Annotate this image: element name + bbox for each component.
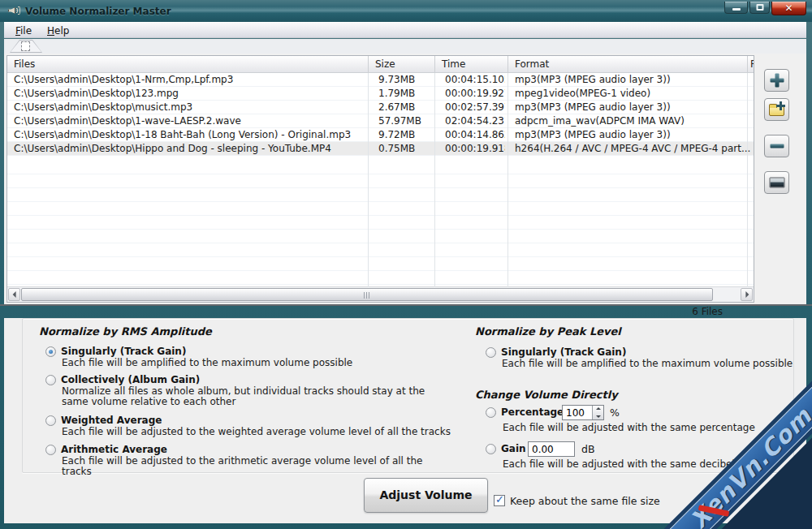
- radio-rms-collectively[interactable]: [45, 375, 56, 385]
- folder-plus-icon: [769, 106, 784, 116]
- spinner-up-icon[interactable]: [593, 406, 604, 412]
- table-empty-area: [7, 161, 754, 286]
- column-header-time[interactable]: Time: [442, 58, 465, 70]
- horizontal-scrollbar[interactable]: [7, 286, 754, 302]
- toolbar: [4, 39, 806, 54]
- add-file-button[interactable]: [764, 69, 789, 92]
- scroll-right-arrow[interactable]: [741, 288, 753, 301]
- content-area: Files Size Time Format F C:\Users\admin\…: [4, 54, 806, 305]
- table-header: Files Size Time Format F: [7, 56, 754, 73]
- table-row-selected[interactable]: C:\Users\admin\Desktop\Hippo and Dog - s…: [7, 142, 754, 156]
- scroll-left-arrow[interactable]: [8, 288, 20, 301]
- scrollbar-thumb[interactable]: [21, 288, 713, 301]
- clear-list-button[interactable]: [764, 171, 789, 194]
- menu-help[interactable]: Help: [42, 25, 74, 37]
- window-title: Volume Normalizer Master: [25, 6, 171, 17]
- scrollbar-grip-icon: [364, 292, 370, 299]
- percentage-spinner: [562, 405, 604, 420]
- peak-group-title: Normalize by Peak Level: [475, 325, 621, 338]
- db-unit-label: dB: [581, 443, 595, 455]
- file-table: Files Size Time Format F C:\Users\admin\…: [6, 55, 754, 303]
- percentage-input[interactable]: [563, 406, 592, 419]
- maximize-icon: [756, 4, 763, 11]
- adjust-volume-button[interactable]: Adjust Volume: [364, 478, 488, 513]
- title-bar[interactable]: Volume Normalizer Master ✕: [0, 0, 812, 22]
- percent-unit-label: %: [610, 406, 620, 419]
- toolbar-grip[interactable]: [10, 40, 42, 53]
- radio-peak-singularly[interactable]: [486, 347, 496, 358]
- minimize-icon: [732, 8, 741, 11]
- minimize-button[interactable]: [724, 2, 748, 14]
- volume-normalizer-master-window: { "window": { "title": "Volume Normalize…: [0, 0, 812, 529]
- gain-input[interactable]: [528, 441, 575, 457]
- menu-file[interactable]: File: [11, 25, 37, 37]
- add-folder-button[interactable]: [764, 98, 789, 121]
- column-header-size[interactable]: Size: [375, 58, 395, 70]
- check-icon: ✓: [495, 493, 504, 505]
- keep-file-size-checkbox[interactable]: ✓: [494, 495, 505, 506]
- maximize-button[interactable]: [749, 2, 770, 14]
- table-row[interactable]: C:\Users\admin\Desktop\musict.mp32.67MB0…: [7, 101, 754, 114]
- close-icon: ✕: [784, 2, 793, 14]
- file-count-label: 6 Files: [641, 306, 723, 317]
- table-row[interactable]: C:\Users\admin\Desktop\1-18 Baht-Bah (Lo…: [7, 128, 754, 142]
- remove-file-button[interactable]: [764, 135, 789, 157]
- column-header-format[interactable]: Format: [515, 58, 549, 70]
- speaker-app-icon: [7, 5, 20, 16]
- minus-icon: [770, 144, 784, 148]
- table-row[interactable]: C:\Users\admin\Desktop\1-Nrm,Cmp,Lpf.mp3…: [7, 73, 754, 87]
- close-button[interactable]: ✕: [771, 2, 806, 15]
- radio-rms-singularly[interactable]: [45, 346, 56, 357]
- clear-list-icon: [769, 178, 784, 188]
- table-row[interactable]: C:\Users\admin\Desktop\123.mpg1.79MB00:0…: [7, 87, 754, 101]
- direct-group-title: Change Volume Directly: [475, 389, 618, 401]
- menu-bar: File Help: [4, 22, 806, 38]
- spinner-down-icon[interactable]: [593, 413, 604, 419]
- column-header-files[interactable]: Files: [14, 58, 35, 70]
- table-rows: C:\Users\admin\Desktop\1-Nrm,Cmp,Lpf.mp3…: [7, 73, 754, 156]
- table-row[interactable]: C:\Users\admin\Desktop\1-wave-LAESP.2.wa…: [7, 114, 754, 128]
- spinner-buttons: [592, 406, 603, 419]
- keep-file-size-label: Keep about the same file size: [510, 495, 660, 507]
- toolbar-grip-icon: [21, 41, 30, 51]
- radio-percentage[interactable]: [486, 407, 496, 418]
- column-header-partial[interactable]: F: [750, 58, 754, 70]
- radio-rms-arithmetic[interactable]: [45, 445, 56, 455]
- radio-rms-weighted[interactable]: [45, 415, 56, 426]
- rms-group-title: Normalize by RMS Amplitude: [39, 325, 212, 338]
- radio-gain[interactable]: [486, 444, 496, 454]
